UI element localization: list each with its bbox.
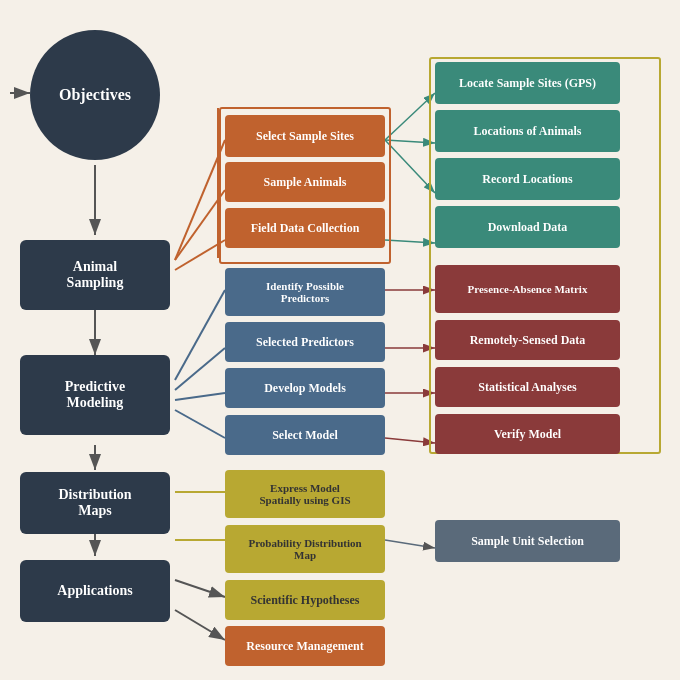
download-data-box: Download Data bbox=[435, 206, 620, 248]
svg-line-18 bbox=[385, 240, 435, 243]
svg-line-31 bbox=[175, 610, 225, 640]
svg-line-17 bbox=[385, 140, 435, 193]
svg-line-15 bbox=[385, 93, 435, 140]
animal-sampling-node: AnimalSampling bbox=[20, 240, 170, 310]
remotely-sensed-label: Remotely-Sensed Data bbox=[470, 333, 586, 348]
select-model-box: Select Model bbox=[225, 415, 385, 455]
verify-model-label: Verify Model bbox=[494, 427, 561, 442]
animal-sampling-label: AnimalSampling bbox=[67, 259, 124, 291]
sample-unit-selection-label: Sample Unit Selection bbox=[471, 534, 584, 549]
svg-line-19 bbox=[175, 290, 225, 380]
svg-line-21 bbox=[175, 393, 225, 400]
record-locations-box: Record Locations bbox=[435, 158, 620, 200]
statistical-analyses-label: Statistical Analyses bbox=[478, 380, 576, 395]
identify-predictors-label: Identify PossiblePredictors bbox=[266, 280, 344, 304]
express-model-box: Express ModelSpatially using GIS bbox=[225, 470, 385, 518]
locations-of-animals-label: Locations of Animals bbox=[473, 124, 581, 139]
sample-animals-label: Sample Animals bbox=[263, 175, 346, 190]
svg-line-22 bbox=[175, 410, 225, 438]
main-diagram: Objectives AnimalSampling PredictiveMode… bbox=[0, 0, 680, 680]
resource-management-label: Resource Management bbox=[246, 639, 363, 654]
probability-map-label: Probability DistributionMap bbox=[248, 537, 361, 561]
identify-predictors-box: Identify PossiblePredictors bbox=[225, 268, 385, 316]
verify-model-box: Verify Model bbox=[435, 414, 620, 454]
applications-label: Applications bbox=[57, 583, 132, 599]
select-model-label: Select Model bbox=[272, 428, 338, 443]
sample-animals-box: Sample Animals bbox=[225, 162, 385, 202]
locations-of-animals-box: Locations of Animals bbox=[435, 110, 620, 152]
objectives-label: Objectives bbox=[59, 86, 131, 104]
field-data-collection-box: Field Data Collection bbox=[225, 208, 385, 248]
presence-absence-box: Presence-Absence Matrix bbox=[435, 265, 620, 313]
svg-line-13 bbox=[175, 240, 225, 270]
select-sample-sites-box: Select Sample Sites bbox=[225, 115, 385, 157]
resource-management-box: Resource Management bbox=[225, 626, 385, 666]
express-model-label: Express ModelSpatially using GIS bbox=[259, 482, 350, 506]
statistical-analyses-box: Statistical Analyses bbox=[435, 367, 620, 407]
predictive-modeling-label: PredictiveModeling bbox=[65, 379, 125, 411]
svg-line-20 bbox=[175, 348, 225, 390]
download-data-label: Download Data bbox=[488, 220, 568, 235]
selected-predictors-label: Selected Predictors bbox=[256, 335, 354, 350]
svg-line-29 bbox=[385, 540, 435, 548]
svg-line-16 bbox=[385, 140, 435, 143]
scientific-hypotheses-label: Scientific Hypotheses bbox=[251, 593, 360, 608]
locate-sample-sites-label: Locate Sample Sites (GPS) bbox=[459, 76, 596, 91]
develop-models-box: Develop Models bbox=[225, 368, 385, 408]
svg-line-26 bbox=[385, 438, 435, 443]
distribution-maps-node: DistributionMaps bbox=[20, 472, 170, 534]
record-locations-label: Record Locations bbox=[482, 172, 572, 187]
svg-line-11 bbox=[175, 140, 225, 260]
scientific-hypotheses-box: Scientific Hypotheses bbox=[225, 580, 385, 620]
sample-unit-selection-box: Sample Unit Selection bbox=[435, 520, 620, 562]
remotely-sensed-box: Remotely-Sensed Data bbox=[435, 320, 620, 360]
svg-line-12 bbox=[175, 190, 225, 260]
selected-predictors-box: Selected Predictors bbox=[225, 322, 385, 362]
applications-node: Applications bbox=[20, 560, 170, 622]
field-data-collection-label: Field Data Collection bbox=[251, 221, 360, 236]
locate-sample-sites-box: Locate Sample Sites (GPS) bbox=[435, 62, 620, 104]
probability-map-box: Probability DistributionMap bbox=[225, 525, 385, 573]
presence-absence-label: Presence-Absence Matrix bbox=[468, 283, 588, 295]
develop-models-label: Develop Models bbox=[264, 381, 346, 396]
svg-line-30 bbox=[175, 580, 225, 597]
predictive-modeling-node: PredictiveModeling bbox=[20, 355, 170, 435]
objectives-node: Objectives bbox=[30, 30, 160, 160]
distribution-maps-label: DistributionMaps bbox=[58, 487, 131, 519]
select-sample-sites-label: Select Sample Sites bbox=[256, 129, 354, 144]
